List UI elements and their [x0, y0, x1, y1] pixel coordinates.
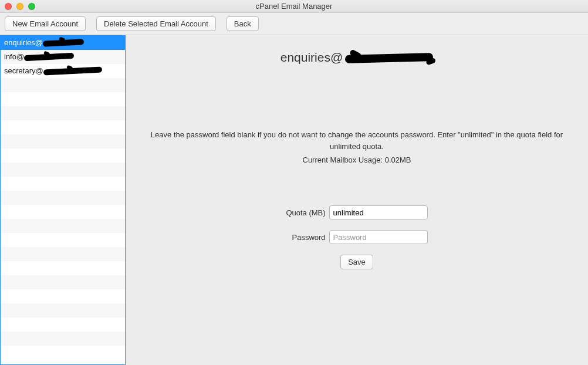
list-item — [1, 163, 125, 177]
list-item — [1, 247, 125, 261]
list-item — [1, 261, 125, 275]
list-item — [1, 332, 125, 346]
list-item[interactable]: info@ — [1, 50, 125, 64]
redacted-domain-icon — [43, 39, 84, 47]
quota-label: Quota (MB) — [286, 208, 325, 217]
list-item — [1, 120, 125, 134]
list-item-prefix: secretary@ — [4, 66, 43, 75]
list-item[interactable]: secretary@ — [1, 64, 125, 78]
account-list[interactable]: enquiries@info@secretary@ — [0, 35, 126, 365]
redacted-domain-icon — [24, 53, 74, 61]
list-item-prefix: enquiries@ — [4, 38, 43, 47]
window-title: cPanel Email Manager — [0, 2, 588, 11]
mailbox-usage-value: 0.02MB — [385, 156, 411, 164]
list-item — [1, 177, 125, 191]
quota-input[interactable] — [329, 205, 428, 219]
save-button[interactable]: Save — [340, 255, 373, 269]
account-detail-panel: enquiries@ Leave the password field blan… — [126, 35, 588, 365]
list-item — [1, 289, 125, 303]
password-input[interactable] — [329, 230, 428, 244]
list-item — [1, 191, 125, 205]
delete-email-account-button[interactable]: Delete Selected Email Account — [96, 16, 216, 31]
list-item — [1, 275, 125, 289]
back-button[interactable]: Back — [227, 16, 259, 31]
list-item — [1, 134, 125, 148]
list-item — [1, 78, 125, 92]
account-heading-prefix: enquiries@ — [281, 50, 343, 64]
list-item — [1, 317, 125, 332]
list-item — [1, 92, 125, 106]
toolbar: New Email Account Delete Selected Email … — [0, 13, 588, 35]
list-item[interactable]: enquiries@ — [1, 36, 125, 50]
mailbox-usage: Current Mailbox Usage: 0.02MB — [140, 156, 574, 164]
new-email-account-button[interactable]: New Email Account — [5, 16, 86, 31]
password-label: Password — [292, 233, 326, 242]
titlebar: cPanel Email Manager — [0, 0, 588, 13]
list-item — [1, 303, 125, 317]
account-heading: enquiries@ — [281, 50, 434, 65]
zoom-window-icon[interactable] — [28, 3, 35, 10]
list-item — [1, 233, 125, 247]
window-controls — [5, 3, 35, 10]
list-item — [1, 106, 125, 120]
instructions-text: Leave the password field blank if you do… — [140, 129, 574, 152]
list-item — [1, 205, 125, 219]
list-item — [1, 219, 125, 233]
redacted-domain-icon — [345, 53, 433, 63]
redacted-domain-icon — [43, 66, 102, 75]
close-window-icon[interactable] — [5, 3, 12, 10]
list-item-prefix: info@ — [4, 52, 24, 61]
minimize-window-icon[interactable] — [16, 3, 23, 10]
list-item — [1, 148, 125, 163]
